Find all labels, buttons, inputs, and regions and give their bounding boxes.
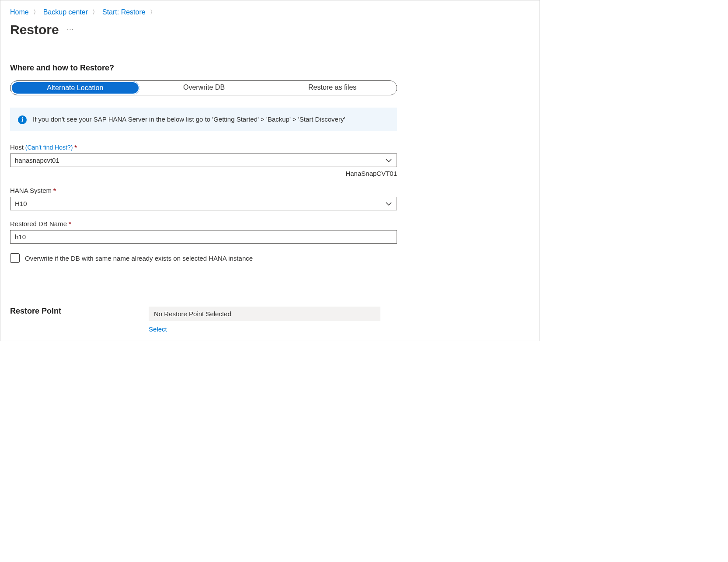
- host-select[interactable]: hanasnapcvt01: [10, 154, 397, 167]
- host-helper-text: HanaSnapCVT01: [10, 170, 397, 177]
- required-indicator: *: [69, 220, 71, 227]
- section-heading: Where and how to Restore?: [10, 63, 530, 73]
- chevron-down-icon: [385, 157, 392, 164]
- chevron-down-icon: [385, 200, 392, 207]
- hana-system-label: HANA System: [10, 187, 52, 194]
- restore-point-section: Restore Point No Restore Point Selected …: [10, 307, 530, 333]
- info-icon: i: [18, 115, 27, 124]
- restored-db-value: h10: [15, 233, 26, 241]
- overwrite-checkbox-label: Overwrite if the DB with same name alrea…: [25, 255, 253, 262]
- restored-db-input[interactable]: h10: [10, 230, 397, 244]
- breadcrumb: Home 〉 Backup center 〉 Start: Restore 〉: [10, 8, 530, 16]
- field-hana-system: HANA System * H10: [10, 187, 397, 210]
- required-indicator: *: [53, 187, 56, 194]
- chevron-right-icon: 〉: [33, 8, 39, 16]
- breadcrumb-home[interactable]: Home: [10, 8, 29, 16]
- breadcrumb-backup-center[interactable]: Backup center: [43, 8, 88, 16]
- chevron-right-icon: 〉: [92, 8, 98, 16]
- chevron-right-icon: 〉: [150, 8, 156, 16]
- page-title: Restore: [10, 22, 59, 37]
- hana-system-select[interactable]: H10: [10, 197, 397, 210]
- field-host: Host (Can't find Host?) * hanasnapcvt01 …: [10, 143, 397, 177]
- more-actions-button[interactable]: ···: [67, 26, 74, 34]
- restored-db-label: Restored DB Name: [10, 220, 67, 227]
- tab-alternate-location[interactable]: Alternate Location: [11, 81, 139, 94]
- tab-overwrite-db[interactable]: Overwrite DB: [140, 81, 268, 95]
- restore-point-value: No Restore Point Selected: [149, 307, 380, 321]
- host-select-value: hanasnapcvt01: [15, 157, 59, 164]
- restore-point-select-link[interactable]: Select: [149, 325, 167, 333]
- required-indicator: *: [74, 143, 77, 151]
- info-text: If you don't see your SAP HANA Server in…: [33, 115, 345, 124]
- overwrite-checkbox[interactable]: [10, 253, 20, 263]
- restore-point-label: Restore Point: [10, 307, 61, 333]
- breadcrumb-start-restore[interactable]: Start: Restore: [102, 8, 146, 16]
- tab-restore-as-files[interactable]: Restore as files: [268, 81, 397, 95]
- info-banner: i If you don't see your SAP HANA Server …: [10, 108, 397, 131]
- host-label: Host: [10, 143, 24, 151]
- restore-mode-tabs: Alternate Location Overwrite DB Restore …: [10, 80, 397, 95]
- hana-system-select-value: H10: [15, 200, 27, 207]
- field-restored-db-name: Restored DB Name * h10: [10, 220, 397, 244]
- cant-find-host-link[interactable]: (Can't find Host?): [25, 144, 73, 151]
- overwrite-checkbox-row: Overwrite if the DB with same name alrea…: [10, 253, 530, 263]
